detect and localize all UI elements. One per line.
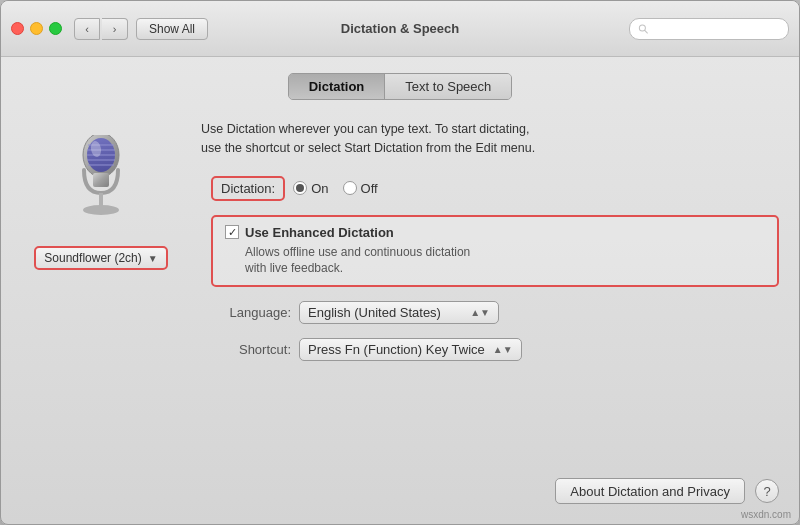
nav-buttons: ‹ › — [74, 18, 128, 40]
content-area: Dictation Text to Speech — [1, 57, 799, 524]
source-label: Soundflower (2ch) — [44, 251, 141, 265]
mic-icon-container — [61, 130, 141, 230]
shortcut-select-arrow-icon: ▲▼ — [493, 344, 513, 355]
main-window: ‹ › Show All Dictation & Speech Dictatio… — [0, 0, 800, 525]
enhanced-desc: Allows offline use and continuous dictat… — [245, 244, 765, 278]
search-input[interactable] — [653, 22, 780, 36]
shortcut-row: Shortcut: Press Fn (Function) Key Twice … — [211, 338, 779, 361]
bottom-row: About Dictation and Privacy ? — [201, 478, 779, 504]
search-box[interactable] — [629, 18, 789, 40]
radio-on-label: On — [311, 181, 328, 196]
enhanced-checkbox[interactable]: ✓ — [225, 225, 239, 239]
language-label: Language: — [211, 305, 291, 320]
right-panel: Use Dictation wherever you can type text… — [201, 120, 779, 504]
language-select-arrow-icon: ▲▼ — [470, 307, 490, 318]
back-button[interactable]: ‹ — [74, 18, 100, 40]
dictation-field-label: Dictation: — [211, 176, 285, 201]
radio-off[interactable]: Off — [343, 181, 378, 196]
language-row: Language: English (United States) ▲▼ — [211, 301, 779, 324]
language-select[interactable]: English (United States) ▲▼ — [299, 301, 499, 324]
radio-off-dot — [343, 181, 357, 195]
dictation-toggle-row: Dictation: On Off — [211, 176, 779, 201]
svg-line-1 — [645, 30, 648, 33]
show-all-button[interactable]: Show All — [136, 18, 208, 40]
window-title: Dictation & Speech — [341, 21, 459, 36]
dropdown-arrow-icon: ▼ — [148, 253, 158, 264]
enhanced-title: Use Enhanced Dictation — [245, 225, 394, 240]
tab-dictation[interactable]: Dictation — [289, 74, 386, 99]
minimize-button[interactable] — [30, 22, 43, 35]
about-dictation-button[interactable]: About Dictation and Privacy — [555, 478, 745, 504]
title-bar: ‹ › Show All Dictation & Speech — [1, 1, 799, 57]
watermark: wsxdn.com — [741, 509, 791, 520]
help-button[interactable]: ? — [755, 479, 779, 503]
enhanced-header: ✓ Use Enhanced Dictation — [225, 225, 765, 240]
radio-on-dot — [293, 181, 307, 195]
traffic-lights — [11, 22, 62, 35]
tab-tts[interactable]: Text to Speech — [385, 74, 511, 99]
radio-group: On Off — [293, 181, 377, 196]
microphone-icon — [66, 135, 136, 225]
shortcut-select[interactable]: Press Fn (Function) Key Twice ▲▼ — [299, 338, 522, 361]
forward-button[interactable]: › — [102, 18, 128, 40]
language-value: English (United States) — [308, 305, 441, 320]
shortcut-value: Press Fn (Function) Key Twice — [308, 342, 485, 357]
svg-point-11 — [83, 205, 119, 215]
tab-group: Dictation Text to Speech — [288, 73, 513, 100]
maximize-button[interactable] — [49, 22, 62, 35]
description-text: Use Dictation wherever you can type text… — [201, 120, 779, 158]
close-button[interactable] — [11, 22, 24, 35]
enhanced-dictation-box: ✓ Use Enhanced Dictation Allows offline … — [211, 215, 779, 288]
tab-bar: Dictation Text to Speech — [21, 73, 779, 100]
radio-off-label: Off — [361, 181, 378, 196]
left-panel: Soundflower (2ch) ▼ — [21, 120, 181, 504]
radio-on[interactable]: On — [293, 181, 328, 196]
source-dropdown[interactable]: Soundflower (2ch) ▼ — [34, 246, 167, 270]
main-content: Soundflower (2ch) ▼ Use Dictation wherev… — [21, 120, 779, 504]
shortcut-label: Shortcut: — [211, 342, 291, 357]
search-icon — [638, 23, 649, 35]
svg-rect-9 — [93, 173, 109, 187]
